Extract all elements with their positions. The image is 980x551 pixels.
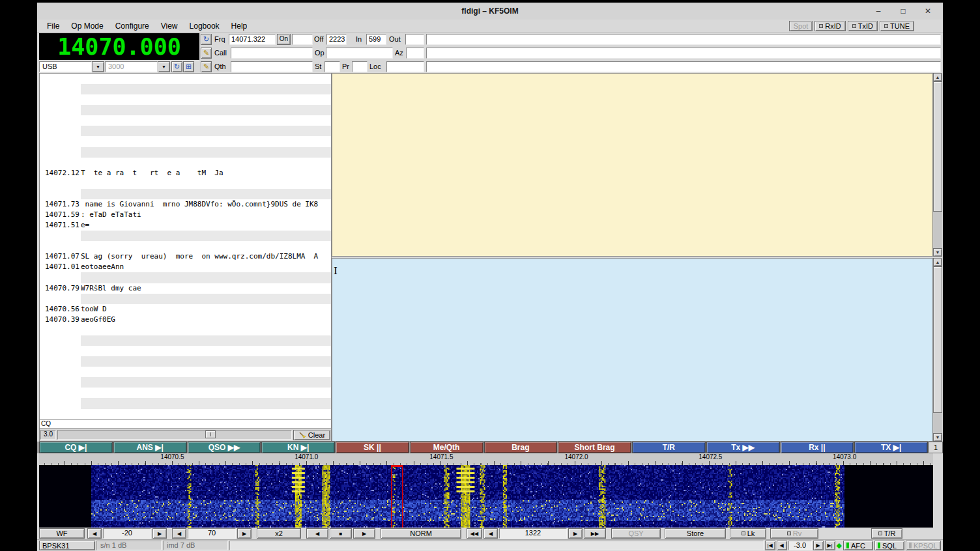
menu-help[interactable]: Help (225, 20, 253, 32)
browser-row[interactable] (40, 74, 331, 84)
macro-button-sk[interactable]: SK || (336, 442, 409, 453)
rx-scroll-thumb[interactable] (933, 81, 942, 212)
signal-range-decrease-button[interactable]: ◀ (172, 528, 186, 539)
st-input[interactable] (324, 61, 340, 72)
rig-mode-dropdown-icon[interactable]: ▼ (92, 61, 104, 72)
rx-scrollbar[interactable]: ▲ ▼ (933, 73, 942, 257)
browser-row[interactable] (40, 178, 331, 189)
browser-row[interactable] (40, 105, 331, 115)
freq-up-button[interactable]: ▶ (568, 528, 583, 539)
tx-scroll-track[interactable] (933, 266, 942, 433)
menu-op-mode[interactable]: Op Mode (65, 20, 109, 32)
browser-row[interactable] (40, 325, 331, 335)
afc-toggle[interactable]: AFC (843, 541, 873, 550)
browser-row[interactable] (40, 115, 331, 126)
sql-toggle[interactable]: SQL (874, 541, 904, 550)
tx-scroll-up-icon[interactable]: ▲ (933, 258, 942, 266)
browser-row[interactable]: 14072.12T te a ra t rt e a tM Ja (40, 168, 331, 178)
rst-in-input[interactable]: 599 (366, 34, 386, 45)
bandwidth-dropdown-icon[interactable]: ▼ (158, 61, 170, 72)
frequency-display[interactable]: 14070.000 (39, 33, 199, 60)
wf-display-mode-button[interactable]: WF (39, 528, 85, 539)
txrx-toggle[interactable]: T/R (871, 528, 902, 539)
squelch-slider[interactable] (57, 430, 292, 440)
browser-row[interactable] (40, 398, 331, 408)
tx-scrollbar[interactable]: ▲ ▼ (933, 258, 942, 442)
op-mode-status-button[interactable]: BPSK31 (39, 541, 95, 550)
bandwidth-select[interactable]: 3000 ▼ (105, 61, 170, 72)
az-input[interactable] (406, 48, 424, 59)
maximize-button[interactable]: □ (896, 5, 910, 17)
squelch-slider-thumb[interactable] (205, 431, 216, 438)
browser-row[interactable] (40, 356, 331, 367)
tune-button[interactable]: TUNE (880, 21, 914, 31)
browser-row[interactable]: 14071.51e= (40, 220, 331, 231)
pr-input[interactable] (352, 61, 368, 72)
qsy-button[interactable]: QSY (611, 528, 661, 539)
browser-row[interactable] (40, 136, 331, 147)
macro-button-t-r[interactable]: T/R (632, 442, 706, 453)
tx-text-area[interactable]: I (332, 258, 933, 442)
macro-button-kn[interactable]: KN ▶| (261, 442, 335, 453)
browser-row[interactable] (40, 335, 331, 346)
browser-row[interactable] (40, 272, 331, 283)
qth-input[interactable] (231, 61, 313, 72)
edit-entry-icon[interactable]: ✎ (201, 48, 212, 59)
browser-seek-field[interactable]: CQ (40, 419, 331, 429)
txid-button[interactable]: TxID (848, 21, 878, 31)
browser-row[interactable]: 14071.01eotoaeeAnn (40, 262, 331, 272)
browser-row[interactable]: 14071.07SL ag (sorry ureau) more on www.… (40, 251, 331, 262)
browser-row[interactable] (40, 147, 331, 158)
close-button[interactable]: ✕ (921, 5, 935, 17)
menu-view[interactable]: View (155, 20, 184, 32)
browser-row[interactable] (40, 388, 331, 398)
macro-button-ans[interactable]: ANS ▶| (113, 442, 187, 453)
store-button[interactable]: Store (665, 528, 726, 539)
browser-row[interactable] (40, 367, 331, 377)
macro-button-short-brag[interactable]: Short Brag (558, 442, 631, 453)
squelch-min-button[interactable]: |◀ (765, 541, 775, 550)
macro-set-button[interactable]: 1 (929, 442, 943, 453)
macro-button-brag[interactable]: Brag (484, 442, 558, 453)
browser-row[interactable] (40, 241, 331, 251)
browser-row[interactable] (40, 346, 331, 356)
reverse-toggle[interactable]: Rv (770, 528, 818, 539)
spot-button[interactable]: Spot (789, 21, 813, 31)
browser-row[interactable]: 14071.73 name is Giovanni mrno JM88DVfo:… (40, 199, 331, 210)
rx-scroll-track[interactable] (933, 81, 942, 248)
off-time-input[interactable]: 2223 (326, 34, 347, 45)
menu-logbook[interactable]: Logbook (184, 20, 225, 32)
revert-frequency-icon[interactable]: ↻ (171, 61, 182, 72)
minimize-button[interactable]: – (871, 5, 886, 17)
tx-scroll-thumb[interactable] (933, 266, 942, 413)
browser-row[interactable]: 14070.39aeoGf0EG (40, 315, 331, 325)
notes-input-2[interactable] (426, 48, 941, 59)
macro-button-tx[interactable]: Tx ▶▶ (706, 442, 780, 453)
add-frequency-icon[interactable]: ⊞ (183, 61, 194, 72)
browser-row[interactable]: 14070.56tooW D (40, 304, 331, 315)
on-time-input[interactable] (292, 34, 313, 45)
squelch-down-button[interactable]: ◀ (777, 541, 787, 550)
freq-down-button[interactable]: ◀ (483, 528, 498, 539)
call-input[interactable] (231, 48, 313, 59)
squelch-up-button[interactable]: ▶ (813, 541, 824, 550)
titlebar[interactable]: fldigi – KF5OIM – □ ✕ (37, 3, 943, 20)
qso-on-button[interactable]: On (277, 34, 291, 45)
loc-input[interactable] (386, 61, 424, 72)
rx-text-area[interactable] (332, 73, 933, 257)
menu-file[interactable]: File (41, 20, 65, 32)
browser-row[interactable] (40, 294, 331, 304)
browser-row[interactable] (40, 231, 331, 241)
signal-range-increase-button[interactable]: ▶ (237, 528, 252, 539)
lower-signal-increase-button[interactable]: ▶ (152, 528, 167, 539)
tx-scroll-down-icon[interactable]: ▼ (933, 433, 942, 442)
kpsql-toggle[interactable]: KPSQL (906, 541, 941, 550)
browser-row[interactable]: 14071.59: eTaD eTaTati (40, 210, 331, 220)
scroll-right-button[interactable]: ▶ (353, 528, 375, 539)
macro-button-rx[interactable]: Rx || (781, 442, 854, 453)
rx-scroll-down-icon[interactable]: ▼ (933, 248, 942, 257)
scroll-left-button[interactable]: ◀ (306, 528, 328, 539)
macro-button-me-qth[interactable]: Me/Qth (410, 442, 483, 453)
frq-input[interactable]: 14071.322 (229, 34, 276, 45)
waterfall-canvas[interactable] (39, 465, 933, 528)
